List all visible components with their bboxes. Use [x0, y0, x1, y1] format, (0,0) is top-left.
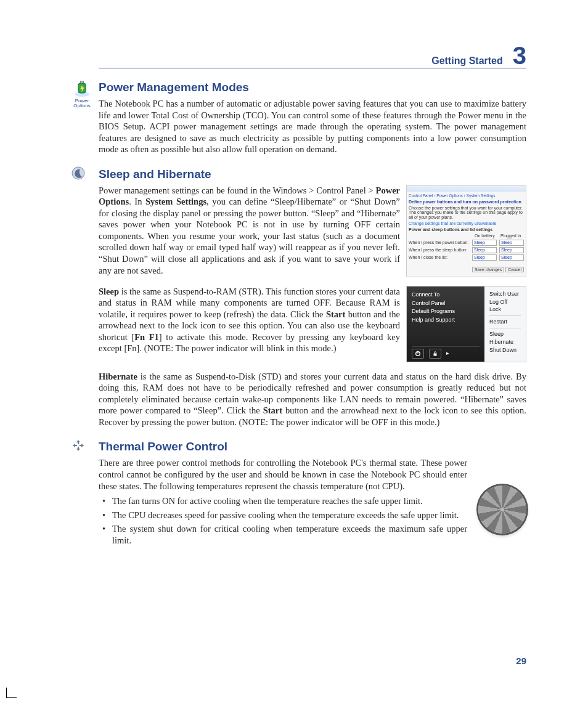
svg-rect-2: [80, 81, 82, 83]
section-title: Thermal Power Control: [99, 440, 526, 453]
section-thermal: Thermal Power Control There are three po…: [99, 440, 526, 548]
list-item: Sleep: [489, 331, 521, 338]
power-options-icon-caption: Power Options: [71, 99, 92, 108]
list-item: Lock: [489, 306, 521, 313]
thermal-intro: There are three power control methods fo…: [99, 457, 467, 492]
chevron-right-icon: ▸: [446, 350, 449, 357]
list-item: The fan turns ON for active cooling when…: [99, 495, 467, 507]
list-item: Hibernate: [489, 339, 521, 346]
section-title: Power Management Modes: [99, 81, 526, 94]
svg-rect-6: [417, 351, 418, 354]
power-options-icon: Power Options: [71, 79, 92, 108]
start-menu-left-items: Connect ToControl PanelDefault ProgramsH…: [412, 290, 480, 325]
list-item: Shut Down: [489, 347, 521, 354]
chapter-number: 3: [513, 43, 526, 68]
figure-power-options-dialog: Control Panel › Power Options › System S…: [406, 185, 526, 277]
list-item: The CPU decreases speed for passive cool…: [99, 510, 467, 521]
chapter-header: Getting Started 3: [99, 43, 526, 68]
chapter-label: Getting Started: [431, 55, 503, 67]
sleep-para-1: Power management settings can be found i…: [99, 185, 400, 276]
page-number: 29: [516, 656, 526, 666]
list-item: Log Off: [489, 299, 521, 306]
figure-fan-icon: [478, 486, 526, 534]
crop-mark-icon: [6, 688, 17, 698]
sleep-para-2: Sleep is the same as Suspend-to-RAM (STR…: [99, 286, 400, 354]
svg-rect-3: [83, 81, 84, 83]
section-body: The Notebook PC has a number of automati…: [99, 98, 526, 155]
list-item: Switch User: [489, 291, 521, 298]
list-item: Restart: [489, 319, 521, 325]
start-menu-right-top: Switch UserLog OffLock: [489, 291, 521, 313]
thermal-bullets: The fan turns ON for active cooling when…: [99, 495, 467, 546]
power-icon: [412, 349, 424, 359]
list-item: Help and Support: [412, 317, 480, 323]
list-item: The system shut down for critical coolin…: [99, 523, 467, 546]
lock-icon: [429, 349, 441, 359]
sleep-para-3: Hibernate is the same as Suspend-to-Disk…: [99, 371, 526, 428]
start-menu-right-bot: SleepHibernateShut Down: [489, 331, 521, 353]
figure-start-menu: Connect ToControl PanelDefault ProgramsH…: [406, 286, 526, 362]
list-item: Default Programs: [412, 308, 480, 315]
svg-rect-7: [434, 353, 437, 356]
section-title: Sleep and Hibernate: [99, 168, 526, 181]
list-item: Connect To: [412, 291, 480, 298]
section-power-management: Power Options Power Management Modes The…: [99, 81, 526, 155]
arrows-icon: [71, 439, 92, 452]
list-item: Control Panel: [412, 300, 480, 307]
section-sleep-hibernate: Sleep and Hibernate Power management set…: [99, 168, 526, 428]
moon-icon: [71, 166, 92, 180]
document-page: Getting Started 3 Power Options Power Ma…: [0, 0, 588, 703]
start-menu-right-mid: Restart: [489, 319, 521, 325]
